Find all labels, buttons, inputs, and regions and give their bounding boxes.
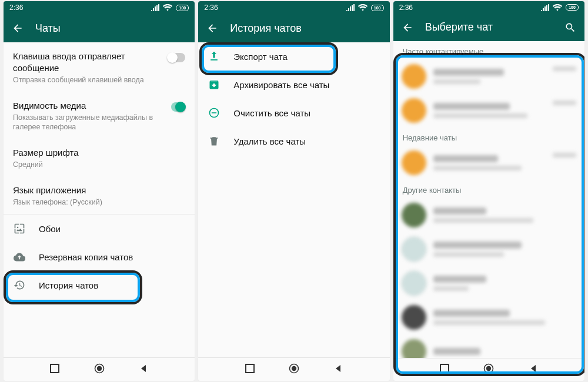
history-icon (13, 279, 26, 291)
wallpaper-icon (13, 223, 26, 234)
status-icons: 100 (346, 4, 384, 11)
chat-time-placeholder (553, 100, 576, 105)
setting-label: История чатов (39, 280, 98, 290)
signal-icon (346, 4, 355, 11)
settings-content: Клавиша ввода отправляет сообщение Отпра… (4, 42, 195, 357)
setting-backup[interactable]: Резервная копия чатов (4, 243, 195, 271)
battery-icon: 100 (371, 5, 384, 11)
list-item[interactable] (393, 300, 584, 334)
svg-rect-8 (440, 364, 449, 373)
phone-screen-chat-history: 2:36 100 История чатов Экспорт чата Архи… (198, 1, 389, 381)
status-icons: 100 (151, 4, 189, 11)
setting-label: Размер шрифта (13, 147, 185, 159)
app-header: Чаты (4, 14, 195, 42)
setting-wallpaper[interactable]: Обои (4, 215, 195, 243)
setting-enter-sends[interactable]: Клавиша ввода отправляет сообщение Отпра… (4, 42, 195, 92)
back-icon[interactable] (12, 22, 24, 34)
history-export[interactable]: Экспорт чата (198, 42, 389, 71)
status-bar: 2:36 100 (198, 1, 389, 14)
status-time: 2:36 (399, 4, 413, 12)
setting-label: Обои (39, 224, 61, 234)
nav-home-icon[interactable] (94, 363, 105, 376)
nav-home-icon[interactable] (483, 363, 494, 376)
history-content: Экспорт чата Архивировать все чаты Очист… (198, 42, 389, 357)
battery-icon: 100 (566, 4, 579, 11)
history-delete-all[interactable]: Удалить все чаты (198, 127, 389, 155)
list-item[interactable] (393, 93, 584, 128)
svg-rect-4 (212, 112, 216, 113)
history-clear-all[interactable]: Очистить все чаты (198, 99, 389, 127)
header-title: Выберите чат (425, 21, 493, 33)
svg-rect-0 (51, 364, 59, 373)
signal-icon (151, 4, 159, 11)
setting-label: Видимость медиа (13, 100, 171, 112)
toggle-media-visibility[interactable] (171, 102, 186, 112)
avatar (402, 271, 426, 296)
app-header: Выберите чат (393, 14, 584, 41)
nav-recents-icon[interactable] (50, 364, 59, 376)
trash-icon (208, 135, 220, 147)
list-item[interactable] (393, 334, 584, 358)
setting-label: Язык приложения (13, 185, 185, 196)
setting-media-visibility[interactable]: Видимость медиа Показывать загруженные м… (4, 92, 195, 139)
chat-time-placeholder (553, 153, 576, 158)
section-recent: Недавние чаты (393, 128, 584, 146)
section-frequent: Часто контактируемые (393, 41, 584, 59)
svg-point-9 (486, 366, 491, 371)
search-icon[interactable] (564, 22, 576, 33)
setting-label: Удалить все чаты (233, 136, 306, 146)
list-item[interactable] (393, 146, 584, 180)
status-icons: 100 (541, 4, 579, 11)
setting-sub: Показывать загруженные медиафайлы в гале… (13, 113, 155, 132)
export-icon (208, 51, 220, 62)
chat-list-content: Часто контактируемые Недавние чаты Други… (393, 41, 584, 358)
wifi-icon (358, 4, 368, 11)
history-archive-all[interactable]: Архивировать все чаты (198, 71, 389, 99)
avatar (402, 64, 426, 89)
list-item[interactable] (393, 59, 584, 93)
setting-font-size[interactable]: Размер шрифта Средний (4, 139, 195, 176)
status-bar: 2:36 100 (4, 1, 195, 14)
phone-screen-select-chat: 2:36 100 Выберите чат Часто контактируем… (393, 1, 584, 381)
status-time: 2:36 (204, 4, 218, 12)
avatar (402, 237, 426, 262)
status-time: 2:36 (9, 4, 23, 12)
nav-back-icon[interactable] (139, 364, 148, 376)
avatar (402, 150, 426, 175)
nav-recents-icon[interactable] (245, 364, 255, 376)
clear-icon (208, 107, 220, 119)
header-title: История чатов (230, 22, 301, 35)
avatar (402, 203, 426, 227)
setting-label: Экспорт чата (233, 52, 287, 62)
list-item[interactable] (393, 232, 584, 266)
android-navbar (198, 357, 389, 381)
app-header: История чатов (198, 14, 389, 42)
chat-time-placeholder (553, 66, 576, 71)
setting-label: Клавиша ввода отправляет сообщение (13, 51, 168, 74)
setting-sub: Язык телефона: (Русский) (13, 197, 168, 207)
android-navbar (4, 357, 195, 381)
nav-home-icon[interactable] (289, 363, 299, 376)
phone-screen-chats-settings: 2:36 100 Чаты Клавиша ввода отправляет с… (4, 1, 195, 381)
list-item[interactable] (393, 198, 584, 232)
archive-icon (208, 79, 220, 91)
back-icon[interactable] (402, 22, 413, 33)
setting-label: Резервная копия чатов (39, 252, 133, 262)
battery-icon: 100 (176, 5, 189, 11)
toggle-enter-sends[interactable] (168, 53, 186, 62)
section-others: Другие контакты (393, 180, 584, 198)
avatar (402, 98, 426, 123)
nav-recents-icon[interactable] (440, 364, 449, 376)
nav-back-icon[interactable] (529, 364, 538, 376)
cloud-upload-icon (13, 251, 26, 263)
setting-chat-history[interactable]: История чатов (4, 271, 195, 299)
header-title: Чаты (35, 22, 61, 35)
svg-point-1 (96, 366, 101, 370)
nav-back-icon[interactable] (333, 364, 343, 376)
avatar (402, 305, 426, 330)
setting-app-language[interactable]: Язык приложения Язык телефона: (Русский) (4, 176, 195, 214)
setting-label: Очистить все чаты (233, 108, 310, 118)
svg-point-6 (292, 366, 296, 370)
back-icon[interactable] (206, 22, 218, 34)
list-item[interactable] (393, 266, 584, 300)
